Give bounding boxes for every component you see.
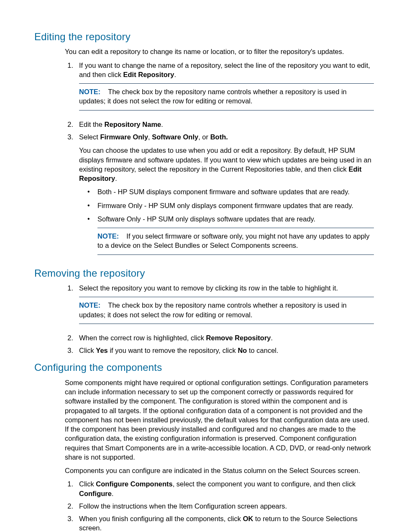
cfg-step1-b2: Configure: [79, 490, 112, 497]
removing-step3-mid: if you want to remove the repository, cl…: [108, 347, 238, 354]
heading-editing-repository: Editing the repository: [34, 30, 374, 44]
removing-steps: 1. Select the repository you want to rem…: [65, 283, 374, 355]
note-label: NOTE:: [79, 301, 108, 309]
note-text: If you select firmware or software only,…: [97, 232, 370, 249]
bullet-software-only: Software Only - HP SUM only displays sof…: [85, 214, 374, 224]
configuring-step-2: 2. Follow the instructions when the Item…: [65, 501, 374, 511]
removing-step3-b1: Yes: [96, 347, 107, 354]
note-text: The check box by the repository name con…: [79, 88, 347, 105]
removing-step2-bold: Remove Repository: [206, 334, 271, 342]
period: .: [115, 175, 117, 182]
removing-step3-b2: No: [238, 347, 247, 354]
step-number: 3.: [65, 514, 79, 532]
cfg-step3-pre: When you finish configuring all the comp…: [79, 515, 243, 522]
removing-step-3: 3. Click Yes if you want to remove the r…: [65, 346, 374, 355]
step3-para-pre: You can choose the updates to use when y…: [79, 146, 371, 173]
configuring-step-1: 1. Click Configure Components, select th…: [65, 479, 374, 498]
removing-step2-pre: When the correct row is highlighted, cli…: [79, 334, 206, 342]
step-number: 2.: [65, 333, 79, 342]
period: .: [174, 71, 176, 78]
note-box-removing: NOTE:The check box by the repository nam…: [79, 297, 374, 324]
editing-step-3: 3. Select Firmware Only, Software Only, …: [65, 132, 374, 261]
step3-mid1: ,: [148, 133, 152, 141]
note-label: NOTE:: [97, 232, 126, 240]
editing-step-1: 1. If you want to change the name of a r…: [65, 61, 374, 116]
cfg-step1-b1: Configure Components: [96, 480, 172, 488]
section-body-editing: You can edit a repository to change its …: [65, 47, 374, 260]
document-page: Editing the repository You can edit a re…: [0, 0, 399, 532]
step1-bold: Edit Repository: [123, 71, 174, 78]
configuring-para2: Components you can configure are indicat…: [65, 466, 374, 475]
cfg-step2-text: Follow the instructions when the Item Co…: [79, 502, 287, 510]
step3-pre: Select: [79, 133, 100, 141]
cfg-step1-mid: , select the component you want to confi…: [173, 480, 356, 488]
editing-steps: 1. If you want to change the name of a r…: [65, 61, 374, 261]
step3-mid2: , or: [198, 133, 210, 141]
cfg-step1-pre: Click: [79, 480, 96, 488]
note-label: NOTE:: [79, 88, 108, 95]
heading-removing-repository: Removing the repository: [34, 267, 374, 280]
step3-b2: Software Only: [152, 133, 198, 141]
removing-step-2: 2. When the correct row is highlighted, …: [65, 333, 374, 342]
cfg-step3-b1: OK: [243, 515, 253, 522]
configuring-steps: 1. Click Configure Components, select th…: [65, 479, 374, 532]
removing-step1-text: Select the repository you want to remove…: [79, 284, 338, 292]
note-box-editing-1: NOTE:The check box by the repository nam…: [79, 83, 374, 111]
step3-b1: Firmware Only: [100, 133, 148, 141]
note-text: The check box by the repository name con…: [79, 301, 347, 318]
step-number: 1.: [65, 61, 79, 116]
note-box-editing-2: NOTE:If you select firmware or software …: [97, 228, 374, 255]
section-body-configuring: Some components might have required or o…: [65, 378, 374, 532]
bullet-firmware-only: Firmware Only - HP SUM only displays com…: [85, 201, 374, 210]
step-number: 3.: [65, 132, 79, 261]
step-number: 1.: [65, 283, 79, 330]
step-number: 3.: [65, 346, 79, 355]
editing-bullets: Both - HP SUM displays component firmwar…: [85, 187, 374, 224]
step-number: 2.: [65, 501, 79, 511]
bullet-both: Both - HP SUM displays component firmwar…: [85, 187, 374, 196]
step-number: 1.: [65, 479, 79, 498]
removing-step3-pre: Click: [79, 347, 96, 354]
step2-bold: Repository Name: [105, 121, 161, 128]
configuring-step-3: 3. When you finish configuring all the c…: [65, 514, 374, 532]
removing-step-1: 1. Select the repository you want to rem…: [65, 283, 374, 330]
step2-pre: Edit the: [79, 121, 105, 128]
period: .: [112, 490, 114, 497]
period: .: [161, 121, 163, 128]
section-body-removing: 1. Select the repository you want to rem…: [65, 283, 374, 355]
period: .: [271, 334, 273, 342]
editing-intro: You can edit a repository to change its …: [65, 47, 374, 56]
step-number: 2.: [65, 120, 79, 129]
heading-configuring-components: Configuring the components: [34, 361, 374, 374]
editing-step-2: 2. Edit the Repository Name.: [65, 120, 374, 129]
configuring-para1: Some components might have required or o…: [65, 378, 374, 462]
removing-step3-post: to cancel.: [247, 347, 278, 354]
step3-b3: Both.: [210, 133, 228, 141]
